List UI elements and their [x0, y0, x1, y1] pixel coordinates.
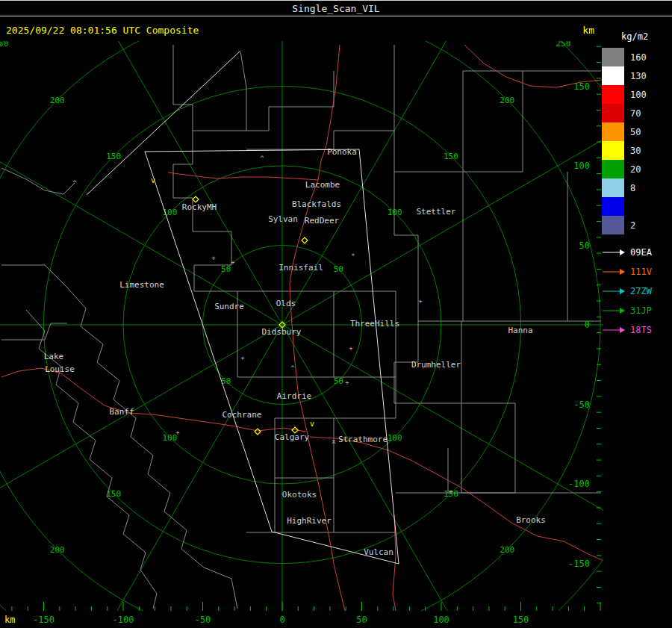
scale-row: 20 [602, 160, 671, 178]
town-mark: x [332, 438, 336, 445]
range-label: 150 [106, 152, 121, 161]
scale-row: 130 [602, 66, 671, 85]
scale-value: 70 [630, 108, 641, 119]
range-label: 200 [50, 545, 65, 555]
radar-app-window: Single_Scan_VIL 2025/09/22 08:01:56 UTC … [0, 0, 672, 628]
city-label: Vulcan [364, 547, 393, 557]
scale-row: 100 [602, 85, 671, 104]
radial-line [73, 41, 282, 325]
city-label: Lake [44, 352, 64, 361]
range-label: 50 [334, 376, 343, 386]
scale-row: 50 [602, 122, 671, 141]
radar-coverage-outline [87, 52, 240, 195]
range-label: 250 [556, 41, 571, 49]
radial-line [73, 325, 282, 611]
x-axis-label: -150 [33, 615, 55, 625]
county-boundary [1, 265, 67, 287]
county-boundary [275, 418, 334, 478]
scale-row [602, 197, 671, 216]
range-label: 50 [221, 264, 231, 274]
city-label: Calgary [275, 432, 310, 442]
radar-map-display[interactable]: 5050505010010010010015015015015020020020… [0, 41, 603, 611]
range-label: 200 [50, 96, 65, 105]
city-label: Stettler [417, 207, 456, 217]
y-axis-unit-label: km [557, 25, 594, 36]
site-row: 111V [602, 262, 671, 282]
county-boundary [394, 45, 523, 172]
scale-value: 20 [630, 164, 641, 175]
legend-unit-label: kg/m2 [621, 31, 671, 42]
scale-value: 50 [630, 127, 641, 137]
x-axis-label: 50 [356, 615, 367, 625]
radial-line [0, 116, 282, 325]
wind-marker: v [310, 420, 314, 428]
radar-site-list: 09EA111V27ZW31JP18TS [602, 243, 671, 340]
title-bar: Single_Scan_VIL [0, 0, 672, 16]
site-arrow-icon [602, 306, 626, 315]
town-mark: * [351, 252, 355, 260]
scale-row: 8 [602, 178, 671, 197]
site-row: 31JP [602, 301, 671, 320]
site-id: 111V [630, 267, 652, 277]
town-mark: + [418, 297, 423, 305]
wind-marker: v [151, 176, 155, 184]
site-arrow-icon [602, 267, 626, 276]
county-boundary [246, 131, 394, 149]
city-label: Sundre [214, 302, 244, 311]
window-title: Single_Scan_VIL [292, 3, 379, 14]
town-mark: + [211, 254, 216, 261]
city-label: Olds [276, 299, 296, 308]
city-label: Okotoks [282, 490, 317, 500]
radial-line [282, 325, 603, 534]
city-label: Innisfail [279, 263, 323, 273]
county-boundary [394, 172, 463, 321]
city-label: Didsbury [262, 327, 302, 337]
scale-value: 100 [630, 90, 647, 100]
city-label: RedDeer [305, 216, 340, 226]
scale-swatch [602, 197, 624, 216]
scale-swatch [602, 85, 624, 104]
range-label: 200 [500, 545, 514, 555]
town-mark: + [345, 379, 349, 386]
station-marker [255, 429, 261, 435]
station-marker [302, 237, 308, 243]
county-boundary [461, 403, 515, 493]
range-label: 100 [388, 208, 402, 217]
town-mark: + [240, 354, 245, 361]
scan-timestamp: 2025/09/22 08:01:56 UTC Composite [6, 25, 199, 36]
site-row: 09EA [602, 243, 671, 262]
range-label: 150 [444, 152, 458, 161]
x-axis-label: 0 [279, 615, 284, 625]
county-boundary [1, 168, 75, 194]
station-marker [193, 196, 199, 202]
county-boundary [1, 323, 67, 340]
scale-value: 130 [630, 71, 647, 81]
site-id: 09EA [630, 247, 652, 258]
scale-swatch [602, 122, 624, 141]
town-mark: ^ [260, 155, 264, 162]
y-axis-label: -100 [568, 479, 590, 489]
city-label: RockyMH [182, 202, 217, 212]
y-axis-label: 50 [579, 240, 590, 251]
scale-value: 30 [630, 146, 641, 156]
city-label: Cochrane [223, 410, 262, 420]
site-row: 18TS [602, 320, 671, 340]
city-label: Banff [109, 407, 134, 417]
site-row: 27ZW [602, 282, 671, 301]
range-label: 50 [334, 264, 343, 274]
county-boundary [173, 45, 246, 131]
x-axis-label: 100 [433, 615, 449, 625]
scale-value: 8 [630, 183, 635, 193]
site-arrow-icon [602, 248, 626, 257]
y-axis-label: 0 [585, 320, 590, 330]
city-label: HighRiver [287, 516, 332, 526]
range-label: 200 [500, 96, 514, 105]
city-label: Hanna [508, 326, 532, 335]
site-id: 18TS [630, 325, 652, 335]
site-arrow-icon [602, 326, 626, 335]
color-scale: 1601301007050302082 [602, 48, 671, 234]
city-label: ThreeHills [350, 319, 399, 329]
scale-swatch [602, 216, 624, 234]
scale-value: 2 [630, 220, 635, 231]
x-axis-unit-label: km [4, 615, 15, 625]
